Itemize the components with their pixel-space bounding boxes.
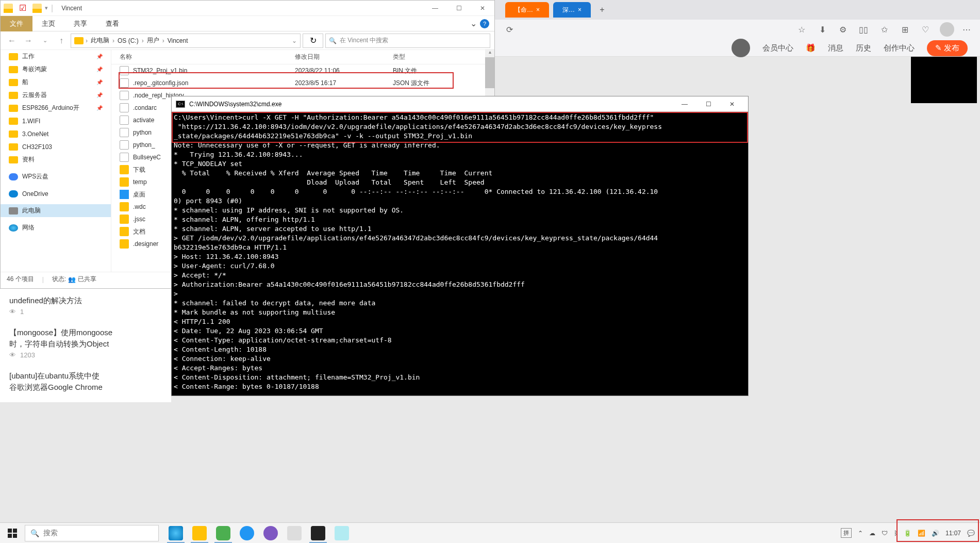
header-date[interactable]: 修改日期 [295, 53, 393, 61]
app-edge[interactable] [165, 523, 187, 544]
search-icon: 🔍 [30, 529, 39, 537]
app-wechat[interactable] [212, 523, 234, 544]
taskbar-search[interactable]: 🔍 搜索 [25, 525, 159, 541]
maximize-button[interactable]: ☐ [447, 1, 471, 16]
forward-button[interactable]: → [21, 34, 36, 48]
sidebar-this-pc[interactable]: 此电脑 [1, 204, 111, 217]
search-placeholder: 在 Vincent 中搜索 [340, 36, 388, 45]
clock[interactable]: 11:07 [945, 530, 961, 537]
nav-msg[interactable]: 消息 [828, 43, 843, 53]
app-purple[interactable] [260, 523, 281, 544]
sidebar-item[interactable]: ESP8266_Arduino开📌 [1, 102, 111, 114]
battery-icon[interactable]: 🔋 [904, 530, 911, 537]
folder-icon [9, 130, 18, 138]
help-icon[interactable]: ? [480, 19, 489, 28]
close-icon[interactable]: × [578, 6, 582, 13]
nav-vip[interactable]: 会员中心 [762, 43, 793, 53]
new-tab-button[interactable]: + [595, 3, 609, 17]
header-name[interactable]: 名称 [120, 53, 295, 61]
file-name: .repo_.gitconfig.json [133, 79, 295, 87]
crumb[interactable]: 用户 [146, 36, 160, 45]
sidebar-network[interactable]: 网络 [1, 221, 111, 234]
wifi-icon[interactable]: 📶 [918, 530, 925, 537]
nav-create[interactable]: 创作中心 [884, 43, 915, 53]
sidebar-wps-cloud[interactable]: WPS云盘 [1, 170, 111, 183]
ribbon-view[interactable]: 查看 [96, 16, 128, 31]
sidebar-item[interactable]: 粤嵌鸿蒙📌 [1, 63, 111, 76]
close-button[interactable]: ✕ [471, 1, 494, 16]
app-dingtalk[interactable] [236, 523, 258, 544]
cmd-output[interactable]: C:\Users\Vincent>curl -X GET -H "Authori… [172, 112, 748, 392]
profile-avatar[interactable] [940, 22, 954, 37]
file-row[interactable]: STM32_Proj_v1.bin2023/8/22 11:06BIN 文件 [111, 64, 494, 77]
pc-icon [9, 207, 18, 215]
notifications-icon[interactable]: 💬 [967, 530, 975, 537]
extensions-icon[interactable]: ⚙ [837, 23, 849, 36]
user-avatar[interactable] [732, 39, 750, 57]
article-item[interactable]: undefined的解决方法 👁 1 [9, 295, 162, 318]
collections-icon[interactable]: ⊞ [899, 23, 911, 36]
sidebar-item[interactable]: 3.OneNet [1, 127, 111, 140]
close-button[interactable]: ✕ [720, 97, 744, 111]
more-icon[interactable]: ⋯ [962, 25, 972, 35]
sidebar-item[interactable]: 云服务器📌 [1, 89, 111, 102]
bluetooth-icon[interactable]: ᛒ [894, 530, 898, 537]
desktop-icon [120, 190, 129, 199]
folder-icon [9, 66, 18, 73]
sidebar-icon[interactable]: ▯▯ [857, 23, 870, 36]
ribbon-file[interactable]: 文件 [1, 16, 32, 31]
performance-icon[interactable]: ♡ [919, 23, 932, 36]
refresh-icon[interactable]: ⟳ [503, 23, 516, 36]
folder-icon [4, 4, 13, 13]
ime-indicator[interactable]: 拼 [841, 528, 852, 538]
sidebar-item[interactable]: 船📌 [1, 76, 111, 89]
dropdown-icon[interactable]: ▾ [45, 5, 48, 11]
browser-tab-1[interactable]: 【命… × [505, 2, 549, 18]
back-button[interactable]: ← [5, 34, 19, 48]
header-type[interactable]: 类型 [393, 53, 455, 61]
ribbon-share[interactable]: 共享 [64, 16, 96, 31]
article-meta: 👁 1 [9, 306, 162, 318]
publish-button[interactable]: ✎ 发布 [927, 40, 968, 56]
sidebar-item[interactable]: 1.WIFI [1, 114, 111, 127]
crumb[interactable]: 此电脑 [90, 36, 110, 45]
search-input[interactable]: 🔍 在 Vincent 中搜索 [325, 34, 490, 48]
article-item[interactable]: [ubantu]在ubantu系统中使 谷歌浏览器Google Chrome [9, 370, 162, 393]
breadcrumb[interactable]: › 此电脑› OS (C:)› 用户› Vincent ⌄ [71, 34, 301, 48]
up-button[interactable]: ↑ [54, 34, 69, 48]
column-headers[interactable]: 名称 修改日期 类型 [111, 50, 494, 64]
security-icon[interactable]: 🛡 [882, 530, 888, 537]
maximize-button[interactable]: ☐ [696, 97, 720, 111]
minimize-button[interactable]: — [673, 97, 696, 111]
start-button[interactable] [0, 523, 25, 544]
favorites-icon[interactable]: ✩ [878, 23, 890, 36]
download-icon[interactable]: ⬇ [816, 23, 828, 36]
cloud-icon[interactable]: ☁ [869, 530, 875, 537]
app-explorer[interactable] [189, 523, 210, 544]
sidebar-item[interactable]: 工作📌 [1, 50, 111, 63]
browser-tabs: 【命… × 深… × + [495, 0, 980, 20]
crumb[interactable]: Vincent [167, 37, 189, 44]
ribbon-home[interactable]: 主页 [32, 16, 64, 31]
minimize-button[interactable]: — [423, 1, 447, 16]
app-generic[interactable] [331, 523, 353, 544]
dropdown-icon[interactable]: ⌄ [292, 37, 297, 44]
refresh-button[interactable]: ↻ [303, 34, 323, 48]
article-item[interactable]: 【mongoose】使用mongoose 时，字符串自动转换为Object 👁 … [9, 327, 162, 361]
folder-icon [9, 105, 18, 112]
chevron-down-icon[interactable]: ⌄ [470, 19, 477, 28]
browser-tab-2[interactable]: 深… × [553, 2, 591, 18]
app-keil[interactable] [284, 523, 305, 544]
file-row[interactable]: .repo_.gitconfig.json2023/8/5 16:17JSON … [111, 77, 494, 89]
nav-history[interactable]: 历史 [856, 43, 871, 53]
close-icon[interactable]: × [536, 6, 540, 13]
star-icon[interactable]: ☆ [795, 23, 808, 36]
volume-icon[interactable]: 🔊 [932, 530, 939, 537]
sidebar-item[interactable]: 资料 [1, 153, 111, 166]
sidebar-onedrive[interactable]: OneDrive [1, 187, 111, 200]
crumb[interactable]: OS (C:) [117, 37, 140, 44]
app-cmd[interactable] [307, 523, 329, 544]
tray-chevron-icon[interactable]: ⌃ [858, 530, 863, 537]
sidebar-item[interactable]: CH32F103 [1, 140, 111, 153]
recent-dropdown[interactable]: ⌄ [38, 34, 52, 48]
